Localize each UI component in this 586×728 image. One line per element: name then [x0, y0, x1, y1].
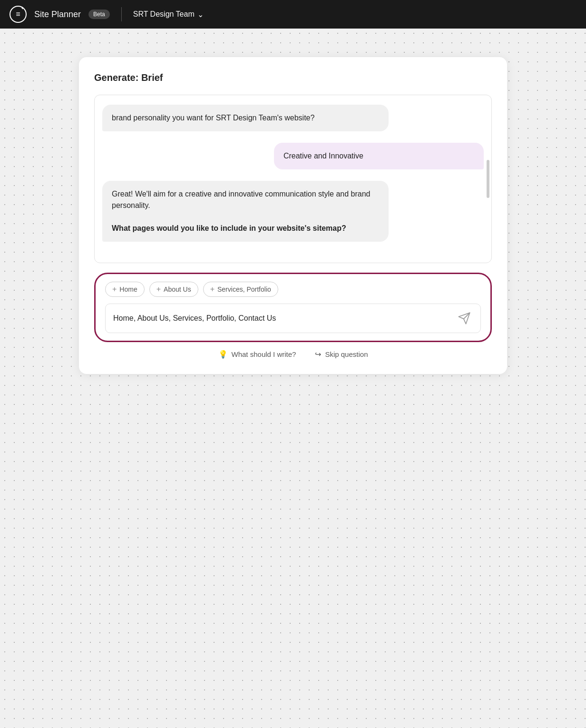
chip-about-label: About Us: [164, 285, 191, 293]
skip-question-label: Skip question: [325, 350, 368, 358]
bot-message-2: Great! We'll aim for a creative and inno…: [102, 181, 389, 242]
chip-home-label: Home: [119, 285, 137, 293]
text-input-row: [105, 304, 481, 333]
pages-input[interactable]: [113, 314, 456, 323]
app-title: Site Planner: [34, 10, 81, 20]
skip-icon: ↪: [315, 350, 321, 359]
chevron-down-icon: ⌄: [197, 10, 204, 19]
scrollbar[interactable]: [487, 160, 489, 198]
chat-area[interactable]: brand personality you want for SRT Desig…: [94, 95, 492, 263]
chip-plus-icon: +: [112, 285, 117, 294]
bottom-actions: 💡 What should I write? ↪ Skip question: [94, 350, 492, 359]
card-title: Generate: Brief: [94, 72, 492, 83]
nav-divider: [121, 7, 122, 21]
navbar: ≡ ✦ Site Planner Beta SRT Design Team ⌄: [0, 0, 586, 29]
beta-badge: Beta: [88, 10, 110, 19]
user-message-1-text: Creative and Innovative: [283, 152, 363, 160]
main-content: Generate: Brief brand personality you wa…: [0, 29, 586, 728]
lightbulb-icon: 💡: [218, 350, 228, 359]
chip-services-label: Services, Portfolio: [217, 285, 271, 293]
bot-message-2-bold: What pages would you like to include in …: [112, 224, 346, 232]
logo-icon: ≡ ✦: [10, 6, 27, 23]
send-button[interactable]: [456, 310, 473, 327]
chip-home[interactable]: + Home: [105, 282, 145, 297]
what-should-i-write-label: What should I write?: [232, 350, 296, 358]
chip-about[interactable]: + About Us: [149, 282, 198, 297]
chip-plus-icon-2: +: [156, 285, 161, 294]
bot-message-2-normal: Great! We'll aim for a creative and inno…: [112, 190, 370, 209]
input-section: + Home + About Us + Services, Portfolio: [94, 273, 492, 342]
chip-services[interactable]: + Services, Portfolio: [203, 282, 278, 297]
bot-message-1-text: brand personality you want for SRT Desig…: [112, 114, 314, 122]
chip-plus-icon-3: +: [210, 285, 215, 294]
chips-row: + Home + About Us + Services, Portfolio: [105, 282, 481, 297]
team-name: SRT Design Team: [133, 10, 195, 19]
skip-question-button[interactable]: ↪ Skip question: [315, 350, 368, 359]
what-should-i-write-button[interactable]: 💡 What should I write?: [218, 350, 296, 359]
bot-message-1: brand personality you want for SRT Desig…: [102, 105, 389, 131]
team-selector[interactable]: SRT Design Team ⌄: [133, 10, 204, 19]
user-message-1: Creative and Innovative: [274, 143, 484, 169]
send-icon: [458, 312, 471, 325]
card-container: Generate: Brief brand personality you wa…: [79, 57, 507, 374]
